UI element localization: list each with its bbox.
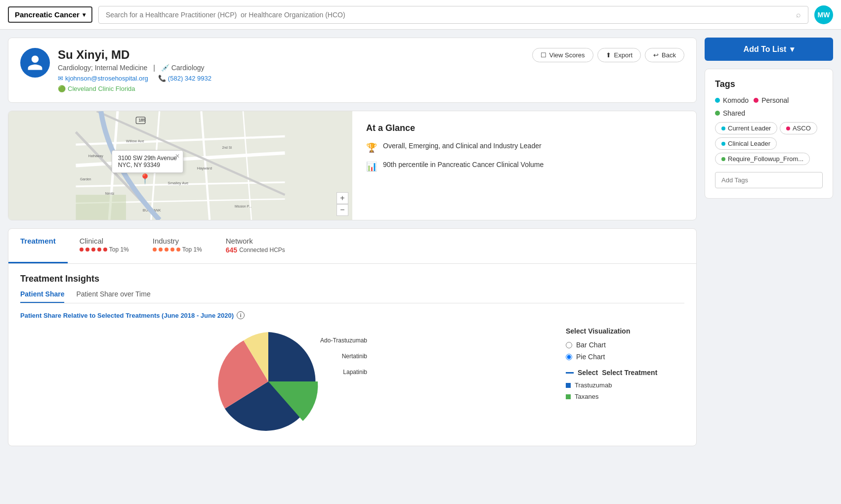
tags-shared-row: Shared — [715, 109, 823, 117]
treatment-item-trastuzumab: Trastuzumab — [566, 381, 684, 389]
phone-icon: 📞 — [158, 75, 166, 82]
right-panel: Add To List ▾ Tags Komodo Personal Share… — [705, 38, 833, 446]
main-layout: Su Xinyi, MD Cardiology; Internal Medici… — [0, 30, 841, 454]
svg-text:Garden: Garden — [80, 177, 91, 181]
sub-tab-patient-share-time[interactable]: Patient Share over Time — [76, 290, 150, 303]
back-icon: ↩ — [653, 51, 659, 59]
profile-actions: ☐ View Scores ⬆ Export ↩ Back — [532, 48, 685, 62]
bar-chart-option[interactable]: Bar Chart — [566, 341, 684, 349]
chart-type-radio-group: Bar Chart Pie Chart — [566, 341, 684, 361]
tag-personal: Personal — [754, 96, 789, 104]
add-tag-input[interactable] — [715, 172, 823, 188]
stethoscope-icon: 💉 — [161, 64, 169, 72]
komodo-dot — [715, 98, 720, 103]
sub-tabs: Patient Share Patient Share over Time — [20, 290, 684, 303]
add-to-list-button[interactable]: Add To List ▾ — [705, 38, 833, 61]
export-icon: ⬆ — [606, 51, 611, 59]
export-button[interactable]: ⬆ Export — [597, 48, 641, 62]
pie-label-neratinib: Nertatinib — [342, 353, 367, 360]
svg-text:Willow Ave: Willow Ave — [126, 139, 144, 143]
tab-clinical[interactable]: Clinical Top 1% — [68, 229, 141, 263]
disease-selector[interactable]: Pancreatic Cancer ▾ — [8, 6, 92, 23]
back-button[interactable]: ↩ Back — [645, 48, 684, 62]
personal-dot — [754, 98, 758, 103]
svg-text:185: 185 — [138, 118, 145, 123]
viz-options: Select Visualization Bar Chart Pie Chart — [556, 327, 684, 436]
rating-dot — [165, 248, 168, 252]
treatment-square-icon — [566, 383, 571, 388]
tag-pill-current-leader[interactable]: Current Leader — [715, 122, 777, 134]
at-a-glance-title: At a Glance — [366, 123, 682, 133]
map-pin: 📍 — [139, 173, 151, 185]
chart-viz-area: Ado-Trastuzumab Nertatinib Lapatinib — [20, 327, 684, 436]
search-input[interactable] — [106, 11, 796, 19]
view-scores-button[interactable]: ☐ View Scores — [532, 48, 593, 62]
chart-area: Ado-Trastuzumab Nertatinib Lapatinib — [20, 327, 556, 436]
tag-pill-clinical-leader[interactable]: Clinical Leader — [715, 137, 777, 150]
map-area[interactable]: Willow Ave Hathaway Garden Nimitz Smalle… — [8, 111, 352, 220]
profile-header: Su Xinyi, MD Cardiology; Internal Medici… — [20, 48, 684, 92]
rating-dot — [170, 248, 174, 252]
shared-dot — [715, 111, 720, 116]
tags-card: Tags Komodo Personal Shared — [705, 69, 833, 199]
at-a-glance: At a Glance 🏆 Overall, Emerging, and Cli… — [352, 111, 696, 220]
treatment-item-taxanes: Taxanes — [566, 393, 684, 400]
profile-info: Su Xinyi, MD Cardiology; Internal Medici… — [58, 48, 524, 92]
avatar — [20, 48, 50, 78]
map-glance-section: Willow Ave Hathaway Garden Nimitz Smalle… — [8, 111, 697, 220]
sub-tab-patient-share[interactable]: Patient Share — [20, 290, 64, 303]
search-bar-container: ⌕ — [98, 6, 808, 24]
tabs-header: Treatment Clinical Top 1% Industry — [8, 229, 696, 264]
tag-pill-require-followup[interactable]: Require_Followup_From... — [715, 153, 810, 165]
tab-industry[interactable]: Industry Top 1% — [141, 229, 214, 263]
treatment-square-icon — [566, 394, 571, 399]
top-nav: Pancreatic Cancer ▾ ⌕ MW — [0, 0, 841, 30]
select-treatment-title: Select Select Treatment — [566, 369, 684, 377]
rating-dot — [103, 248, 107, 252]
tag-komodo: Komodo — [715, 96, 749, 104]
map-popup-close[interactable]: ✕ — [175, 153, 180, 160]
profile-name: Su Xinyi, MD — [58, 48, 524, 62]
profile-card: Su Xinyi, MD Cardiology; Internal Medici… — [8, 38, 697, 103]
trophy-icon: 🏆 — [366, 142, 377, 153]
pie-chart-radio[interactable] — [566, 354, 572, 360]
select-viz-title: Select Visualization — [566, 327, 684, 335]
pie-chart-svg — [204, 327, 333, 436]
rating-dot — [159, 248, 163, 252]
left-panel: Su Xinyi, MD Cardiology; Internal Medici… — [8, 38, 697, 446]
rating-dot — [91, 248, 95, 252]
tag-pill-asco[interactable]: ASCO — [780, 122, 817, 134]
email-icon: ✉ — [58, 75, 63, 82]
disease-label: Pancreatic Cancer — [15, 10, 80, 19]
bar-chart-radio[interactable] — [566, 342, 572, 348]
doctor-icon — [26, 54, 44, 72]
email-link[interactable]: ✉ kjohnson@strosehospital.org — [58, 75, 148, 82]
zoom-in-button[interactable]: + — [336, 192, 348, 204]
profile-contacts: ✉ kjohnson@strosehospital.org 📞 (582) 34… — [58, 75, 524, 82]
minus-icon — [566, 372, 574, 374]
tag-pill-dot — [721, 126, 725, 130]
zoom-out-button[interactable]: − — [336, 204, 348, 216]
rating-dot — [80, 248, 84, 252]
rating-dot — [97, 248, 101, 252]
rating-dot — [176, 248, 180, 252]
tag-pills-section: Current Leader ASCO Clinical Leader Requ… — [715, 122, 823, 168]
user-avatar[interactable]: MW — [814, 5, 833, 24]
pie-chart: Ado-Trastuzumab Nertatinib Lapatinib — [204, 327, 372, 436]
svg-text:Mission P...: Mission P... — [235, 205, 252, 208]
rating-dot — [153, 248, 157, 252]
tab-treatment[interactable]: Treatment — [8, 229, 68, 263]
tab-network[interactable]: Network 645 Connected HCPs — [214, 229, 297, 263]
tags-color-row: Komodo Personal — [715, 96, 823, 104]
svg-text:Nimitz: Nimitz — [105, 192, 115, 195]
info-icon[interactable]: i — [237, 311, 245, 319]
scores-icon: ☐ — [541, 51, 547, 59]
search-icon: ⌕ — [796, 10, 801, 19]
percentile-icon: 📊 — [366, 161, 377, 172]
organization-link[interactable]: 🟢 Cleveland Clinic Florida — [58, 85, 524, 92]
svg-text:2nd St: 2nd St — [222, 146, 232, 149]
chevron-down-icon: ▾ — [83, 11, 85, 18]
phone-link[interactable]: 📞 (582) 342 9932 — [158, 75, 211, 82]
glance-item-2: 📊 90th percentile in Pancreatic Cancer C… — [366, 160, 682, 172]
pie-chart-option[interactable]: Pie Chart — [566, 353, 684, 361]
